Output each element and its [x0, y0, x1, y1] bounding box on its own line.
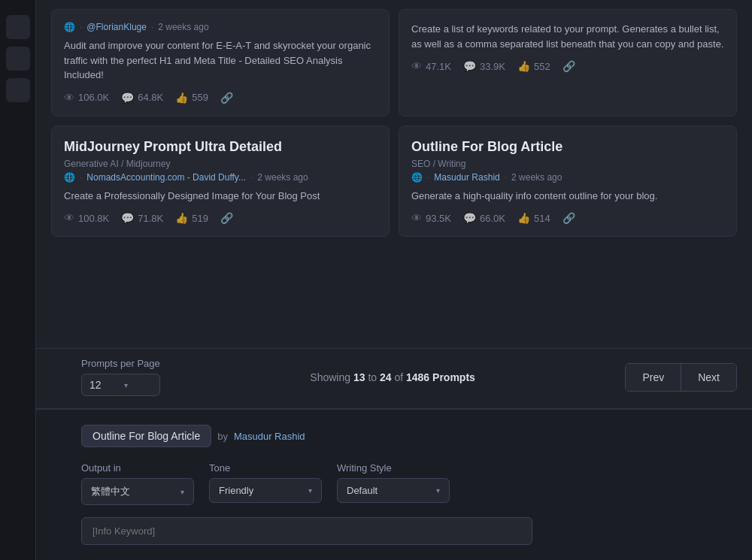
pagination-bar: Prompts per Page 12 ▾ Showing 13 to 24 o… [36, 348, 752, 408]
stat-views: 👁 47.1K [411, 60, 451, 72]
tone-value: Friendly [219, 485, 253, 496]
comment-icon: 💬 [463, 60, 476, 72]
card-description: Create a list of keywords related to you… [411, 22, 724, 51]
link-icon[interactable]: 🔗 [562, 60, 575, 72]
stat-likes: 👍 519 [175, 212, 208, 224]
prompt-author-link[interactable]: Masudur Rashid [234, 431, 305, 442]
globe-icon: 🌐 [64, 22, 75, 32]
like-icon: 👍 [517, 212, 530, 224]
per-page-value: 12 [89, 379, 102, 391]
main-content: 🌐 · @FlorianKluge · 2 weeks ago Audit an… [36, 0, 752, 560]
card-author[interactable]: NomadsAccounting.com - David Duffy... [86, 172, 246, 183]
prompt-title-badge: Outline For Blog Article [81, 425, 211, 447]
per-page-label: Prompts per Page [81, 358, 160, 369]
card-author-row: 🌐 · NomadsAccounting.com - David Duffy..… [64, 172, 377, 183]
stat-comments: 💬 64.8K [121, 92, 163, 104]
stat-views: 👁 106.0K [64, 92, 109, 104]
stat-views: 👁 93.5K [411, 212, 451, 224]
comment-icon: 💬 [463, 212, 476, 224]
per-page-select[interactable]: 12 ▾ [81, 374, 160, 396]
sidebar-item[interactable] [6, 78, 30, 102]
card-title: Outline For Blog Article [411, 138, 724, 156]
comments-count: 66.0K [480, 213, 505, 224]
views-count: 106.0K [78, 92, 109, 103]
views-count: 100.8K [78, 213, 109, 224]
author-time: 2 weeks ago [511, 172, 562, 183]
stat-comments: 💬 66.0K [463, 212, 505, 224]
author-dot: · [80, 172, 82, 183]
prompt-card-4[interactable]: Outline For Blog Article SEO / Writing 🌐… [399, 126, 737, 238]
chevron-down-icon: ▾ [180, 488, 184, 496]
output-in-group: Output in 繁體中文 ▾ [81, 462, 194, 505]
card-meta-top: 🌐 · @FlorianKluge · 2 weeks ago [64, 22, 377, 32]
showing-text: Showing [310, 371, 350, 383]
prompt-header: Outline For Blog Article by Masudur Rash… [81, 425, 737, 447]
output-select[interactable]: 繁體中文 ▾ [81, 478, 194, 505]
stat-likes: 👍 559 [175, 92, 208, 104]
comment-icon: 💬 [121, 92, 134, 104]
eye-icon: 👁 [411, 60, 422, 72]
prev-button[interactable]: Prev [626, 364, 681, 391]
keyword-input[interactable] [81, 517, 532, 545]
sidebar-item[interactable] [6, 47, 30, 71]
sidebar-item[interactable] [6, 15, 30, 39]
chevron-down-icon: ▾ [308, 486, 312, 495]
card-stats: 👁 106.0K 💬 64.8K 👍 559 🔗 [64, 92, 377, 104]
output-label: Output in [81, 462, 194, 474]
to-text: to [368, 371, 380, 383]
card-description: Audit and improve your content for E-E-A… [64, 38, 377, 83]
prompt-card-1[interactable]: 🌐 · @FlorianKluge · 2 weeks ago Audit an… [51, 9, 390, 117]
of-text: of [394, 371, 406, 383]
link-icon[interactable]: 🔗 [220, 212, 233, 224]
views-count: 93.5K [426, 213, 451, 224]
card-description: Generate a high-quality info content out… [411, 189, 724, 204]
globe-icon: 🌐 [64, 172, 75, 183]
stat-comments: 💬 71.8K [121, 212, 163, 224]
prompt-card-3[interactable]: MidJourney Prompt Ultra Detailed Generat… [51, 126, 390, 238]
tone-label: Tone [209, 462, 322, 474]
comments-count: 64.8K [138, 92, 163, 103]
card-author-row: 🌐 · Masudur Rashid · 2 weeks ago [411, 172, 724, 183]
tone-select[interactable]: Friendly ▾ [209, 478, 322, 503]
writing-style-label: Writing Style [337, 462, 450, 474]
card-author[interactable]: Masudur Rashid [434, 172, 499, 183]
bottom-panel: Outline For Blog Article by Masudur Rash… [36, 408, 752, 560]
eye-icon: 👁 [64, 212, 74, 224]
card-category: Generative AI / Midjourney [64, 159, 377, 169]
like-icon: 👍 [175, 212, 188, 224]
author-dot2: · [250, 172, 253, 183]
card-title: MidJourney Prompt Ultra Detailed [64, 138, 377, 156]
sidebar [0, 0, 36, 560]
writing-style-select[interactable]: Default ▾ [337, 478, 450, 503]
total-count: 1486 [406, 371, 429, 383]
card-stats: 👁 93.5K 💬 66.0K 👍 514 🔗 [411, 212, 724, 224]
author-dot: · [427, 172, 429, 183]
link-icon[interactable]: 🔗 [220, 92, 233, 104]
pagination-info: Showing 13 to 24 of 1486 Prompts [310, 371, 475, 383]
per-page-section: Prompts per Page 12 ▾ [81, 358, 160, 396]
meta-time: 2 weeks ago [158, 22, 208, 32]
card-description: Create a Professionally Designed Image f… [64, 189, 377, 204]
card-author[interactable]: @FlorianKluge [86, 22, 147, 32]
comments-count: 71.8K [138, 213, 163, 224]
next-button[interactable]: Next [681, 364, 736, 391]
cards-grid: 🌐 · @FlorianKluge · 2 weeks ago Audit an… [51, 9, 737, 237]
eye-icon: 👁 [411, 212, 422, 224]
link-icon[interactable]: 🔗 [562, 212, 575, 224]
author-time: 2 weeks ago [257, 172, 308, 183]
card-stats: 👁 100.8K 💬 71.8K 👍 519 🔗 [64, 212, 377, 224]
stat-likes: 👍 514 [517, 212, 550, 224]
card-stats: 👁 47.1K 💬 33.9K 👍 552 🔗 [411, 60, 724, 72]
page-to: 24 [380, 371, 392, 383]
chevron-down-icon: ▾ [436, 486, 440, 495]
tone-group: Tone Friendly ▾ [209, 462, 322, 505]
cards-area: 🌐 · @FlorianKluge · 2 weeks ago Audit an… [36, 0, 752, 348]
output-value: 繁體中文 [91, 485, 130, 498]
pagination-buttons: Prev Next [625, 363, 737, 392]
globe-icon: 🌐 [411, 172, 423, 183]
likes-count: 559 [192, 92, 208, 103]
stat-likes: 👍 552 [517, 60, 550, 72]
form-row: Output in 繁體中文 ▾ Tone Friendly ▾ Writing… [81, 462, 737, 505]
prompt-card-2[interactable]: Create a list of keywords related to you… [399, 9, 737, 117]
writing-style-group: Writing Style Default ▾ [337, 462, 450, 505]
